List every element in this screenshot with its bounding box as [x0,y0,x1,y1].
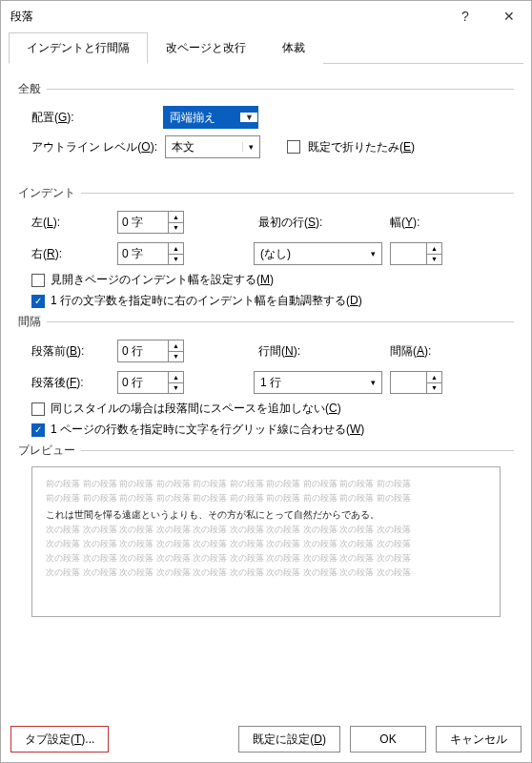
spin-up-icon[interactable]: ▲ [427,372,441,383]
spin-up-icon[interactable]: ▲ [169,243,183,255]
right-indent-label: 右(R): [31,246,110,262]
group-general: 全般 [18,81,514,97]
alignment-value: 両端揃え [164,110,240,126]
chevron-down-icon: ▾ [242,142,259,152]
before-label: 段落前(B): [31,343,110,360]
spin-up-icon[interactable]: ▲ [169,212,183,223]
alignment-combo[interactable]: 両端揃え ▼ [163,106,258,129]
left-indent-spinner[interactable]: ▲▼ [117,211,184,234]
outline-value: 本文 [166,139,242,155]
chevron-down-icon: ▼ [240,113,257,122]
tabstrip: インデントと行間隔 改ページと改行 体裁 [9,31,523,64]
mirror-checkbox[interactable] [31,274,45,287]
preview-box: 前の段落 前の段落 前の段落 前の段落 前の段落 前の段落 前の段落 前の段落 … [31,466,501,617]
dialog-content: 全般 配置(G): 両端揃え ▼ アウトライン レベル(O): 本文 ▾ 既定で… [1,64,531,617]
chevron-down-icon: ▾ [364,249,381,258]
preview-prev: 前の段落 前の段落 前の段落 前の段落 前の段落 前の段落 前の段落 前の段落 … [46,491,486,505]
group-indent: インデント [18,185,514,201]
help-button[interactable]: ? [443,1,487,31]
ok-button[interactable]: OK [350,726,426,753]
firstline-label: 最初の行(S): [258,215,337,231]
left-indent-value[interactable] [118,212,168,233]
group-preview: プレビュー [18,443,514,459]
at-label: 間隔(A): [390,343,440,360]
auto-indent-label: 1 行の文字数を指定時に右のインデント幅を自動調整する(D) [51,293,362,309]
after-value[interactable] [118,372,168,393]
nospace-checkbox[interactable] [31,402,45,416]
nospace-label: 同じスタイルの場合は段落間にスペースを追加しない(C) [51,401,341,417]
width-label: 幅(Y): [390,215,440,231]
spin-up-icon[interactable]: ▲ [169,340,183,352]
left-indent-label: 左(L): [31,215,110,231]
mirror-label: 見開きページのインデント幅を設定する(M) [51,272,274,288]
collapse-label: 既定で折りたたみ(E) [308,139,415,155]
firstline-combo[interactable]: (なし) ▾ [254,242,382,265]
after-label: 段落後(F): [31,375,110,391]
at-value[interactable] [391,372,426,393]
firstline-value: (なし) [255,246,364,262]
tab-indent-spacing[interactable]: インデントと行間隔 [9,32,148,64]
width-value[interactable] [391,243,426,264]
linespace-combo[interactable]: 1 行 ▾ [254,371,382,394]
spin-down-icon[interactable]: ▼ [169,255,183,265]
at-spinner[interactable]: ▲▼ [390,371,442,394]
preview-prev: 前の段落 前の段落 前の段落 前の段落 前の段落 前の段落 前の段落 前の段落 … [46,477,486,491]
snapgrid-checkbox[interactable]: ✓ [31,423,45,437]
width-spinner[interactable]: ▲▼ [390,242,442,265]
tab-line-pagebreaks[interactable]: 改ページと改行 [148,32,264,64]
chevron-down-icon: ▾ [364,378,381,387]
preview-next: 次の段落 次の段落 次の段落 次の段落 次の段落 次の段落 次の段落 次の段落 … [46,551,486,566]
spin-down-icon[interactable]: ▼ [169,223,183,234]
spin-down-icon[interactable]: ▼ [427,383,441,394]
titlebar: 段落 ? ✕ [1,1,531,31]
dialog-title: 段落 [10,9,443,25]
spin-down-icon[interactable]: ▼ [427,255,441,265]
right-indent-value[interactable] [118,243,168,264]
tabs-button[interactable]: タブ設定(T)... [10,726,109,753]
snapgrid-label: 1 ページの行数を指定時に文字を行グリッド線に合わせる(W) [51,422,364,438]
alignment-label: 配置(G): [31,110,155,126]
group-spacing: 間隔 [18,314,514,330]
set-default-button[interactable]: 既定に設定(D) [238,726,340,753]
spin-up-icon[interactable]: ▲ [427,243,441,255]
spin-up-icon[interactable]: ▲ [169,372,183,383]
tab-asian[interactable]: 体裁 [264,32,323,64]
preview-next: 次の段落 次の段落 次の段落 次の段落 次の段落 次の段落 次の段落 次の段落 … [46,523,486,537]
preview-next: 次の段落 次の段落 次の段落 次の段落 次の段落 次の段落 次の段落 次の段落 … [46,566,486,580]
before-spinner[interactable]: ▲▼ [117,340,184,362]
spin-down-icon[interactable]: ▼ [169,383,183,394]
collapse-checkbox[interactable] [287,140,300,154]
paragraph-dialog: 段落 ? ✕ インデントと行間隔 改ページと改行 体裁 全般 配置(G): 両端… [0,0,532,763]
dialog-footer: タブ設定(T)... 既定に設定(D) OK キャンセル [10,726,522,753]
cancel-button[interactable]: キャンセル [436,726,522,753]
right-indent-spinner[interactable]: ▲▼ [117,242,184,265]
linespace-label: 行間(N): [258,343,337,360]
outline-label: アウトライン レベル(O): [31,139,157,155]
preview-sample: これは世間を憚る遠慮というよりも、その方が私にとって自然だからである。 [46,506,486,523]
before-value[interactable] [118,340,168,361]
spin-down-icon[interactable]: ▼ [169,352,183,362]
preview-next: 次の段落 次の段落 次の段落 次の段落 次の段落 次の段落 次の段落 次の段落 … [46,537,486,551]
close-button[interactable]: ✕ [487,1,531,31]
auto-indent-checkbox[interactable]: ✓ [31,295,45,308]
linespace-value: 1 行 [255,375,364,391]
outline-combo[interactable]: 本文 ▾ [165,135,260,158]
after-spinner[interactable]: ▲▼ [117,371,184,394]
